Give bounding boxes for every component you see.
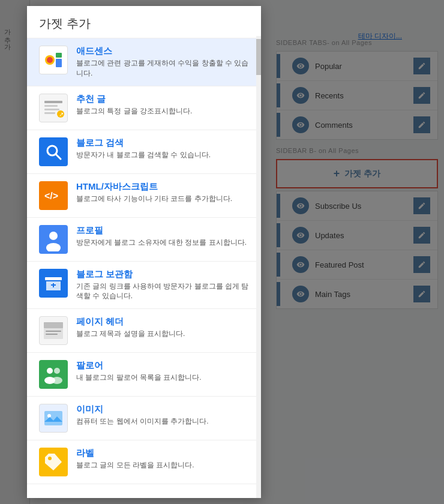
add-gadget-modal: 가젯 추가 애드센스 블로그에 관련 광고를 게재하여 수익을 창출할 수 있습…	[27, 6, 261, 498]
gadget-item-html[interactable]: </> HTML/자바스크립트 블로그에 타사 기능이나 기타 코드를 추가합니…	[27, 174, 261, 218]
gadget-icon-adsense	[39, 46, 68, 74]
svg-rect-2	[56, 53, 62, 58]
gadget-icon-profile	[39, 225, 68, 254]
gadget-desc-adsense: 블로그에 관련 광고를 게재하여 수익을 창출할 수 있습니다.	[76, 58, 249, 79]
gadget-icon-followers	[39, 360, 68, 389]
gadget-icon-label	[39, 448, 68, 476]
gadget-icon-archive	[39, 269, 68, 298]
svg-rect-15	[45, 277, 62, 280]
gadget-item-archive[interactable]: 블로그 보관함 기존 글의 링크를 사용하여 방문자가 블로그를 쉽게 탐색할 …	[27, 262, 261, 310]
gadget-name-image: 이미지	[76, 404, 249, 415]
svg-point-1	[47, 57, 53, 63]
svg-rect-7	[44, 112, 55, 114]
gadget-item-adsense[interactable]: 애드센스 블로그에 관련 광고를 게재하여 수익을 창출할 수 있습니다.	[27, 38, 261, 86]
gadget-name-adsense: 애드센스	[76, 46, 249, 57]
gadget-name-html: HTML/자바스크립트	[76, 181, 249, 193]
gadget-name-followers: 팔로어	[76, 360, 249, 371]
gadget-item-referral[interactable]: ↗ 추천 글 블로그의 특정 글을 강조표시합니다.	[27, 86, 261, 130]
svg-point-27	[47, 414, 51, 418]
svg-point-14	[46, 243, 61, 251]
gadget-desc-pageheader: 블로그 제목과 설명을 표시합니다.	[76, 329, 249, 339]
gadget-desc-referral: 블로그의 특정 글을 강조표시합니다.	[76, 106, 249, 116]
gadget-desc-html: 블로그에 타사 기능이나 기타 코드를 추가합니다.	[76, 194, 249, 204]
modal-scrollbar-track	[256, 36, 261, 498]
gadget-text-followers: 팔로어 내 블로그의 팔로어 목록을 표시합니다.	[76, 360, 249, 383]
gadget-desc-profile: 방문자에게 블로그 소유자에 대한 정보를 표시합니다.	[76, 238, 249, 248]
gadget-text-image: 이미지 컴퓨터 또는 웹에서 이미지를 추가합니다.	[76, 404, 249, 427]
gadget-icon-referral: ↗	[39, 94, 68, 122]
gadget-text-html: HTML/자바스크립트 블로그에 타사 기능이나 기타 코드를 추가합니다.	[76, 181, 249, 204]
svg-rect-4	[44, 101, 62, 103]
gadget-text-referral: 추천 글 블로그의 특정 글을 강조표시합니다.	[76, 94, 249, 116]
gadget-item-pageheader[interactable]: 페이지 헤더 블로그 제목과 설명을 표시합니다.	[27, 309, 261, 353]
gadget-name-referral: 추천 글	[76, 94, 249, 105]
gadget-text-adsense: 애드센스 블로그에 관련 광고를 게재하여 수익을 창출할 수 있습니다.	[76, 46, 249, 79]
gadget-item-image[interactable]: 이미지 컴퓨터 또는 웹에서 이미지를 추가합니다.	[27, 397, 261, 440]
gadget-text-search: 블로그 검색 방문자가 내 블로그를 검색할 수 있습니다.	[76, 137, 249, 160]
svg-rect-6	[44, 109, 59, 110]
gadget-desc-label: 블로그 글의 모든 라벨을 표시합니다.	[76, 460, 249, 470]
svg-rect-3	[56, 59, 62, 67]
gadget-desc-followers: 내 블로그의 팔로어 목록을 표시합니다.	[76, 373, 249, 383]
gadget-text-archive: 블로그 보관함 기존 글의 링크를 사용하여 방문자가 블로그를 쉽게 탐색할 …	[76, 269, 249, 302]
gadget-item-profile[interactable]: 프로필 방문자에게 블로그 소유자에 대한 정보를 표시합니다.	[27, 218, 261, 262]
svg-text:</>: </>	[44, 191, 58, 201]
svg-rect-20	[46, 331, 61, 332]
svg-rect-21	[46, 334, 58, 335]
svg-point-22	[47, 368, 53, 374]
svg-text:↗: ↗	[59, 111, 64, 118]
gadget-text-pageheader: 페이지 헤더 블로그 제목과 설명을 표시합니다.	[76, 316, 249, 339]
gadget-icon-image	[39, 404, 68, 433]
gadget-name-label: 라벨	[76, 448, 249, 459]
svg-rect-5	[44, 105, 58, 107]
gadget-desc-image: 컴퓨터 또는 웹에서 이미지를 추가합니다.	[76, 416, 249, 427]
modal-scrollbar-thumb[interactable]	[256, 39, 261, 75]
modal-body[interactable]: 애드센스 블로그에 관련 광고를 게재하여 수익을 창출할 수 있습니다. ↗ …	[27, 38, 261, 498]
gadget-item-followers[interactable]: 팔로어 내 블로그의 팔로어 목록을 표시합니다.	[27, 353, 261, 397]
modal-header: 가젯 추가	[27, 6, 261, 38]
svg-line-11	[56, 154, 61, 159]
svg-rect-26	[44, 411, 62, 425]
gadget-item-label[interactable]: 라벨 블로그 글의 모든 라벨을 표시합니다.	[27, 440, 261, 484]
gadget-icon-html: </>	[39, 181, 68, 210]
gadget-text-label: 라벨 블로그 글의 모든 라벨을 표시합니다.	[76, 448, 249, 470]
gadget-item-search[interactable]: 블로그 검색 방문자가 내 블로그를 검색할 수 있습니다.	[27, 130, 261, 174]
modal-title: 가젯 추가	[39, 16, 249, 32]
gadget-icon-search	[39, 137, 68, 166]
svg-rect-19	[44, 322, 63, 328]
svg-point-13	[49, 232, 58, 240]
svg-point-28	[48, 457, 52, 460]
gadget-name-archive: 블로그 보관함	[76, 269, 249, 280]
svg-point-23	[54, 368, 60, 374]
gadget-text-profile: 프로필 방문자에게 블로그 소유자에 대한 정보를 표시합니다.	[76, 225, 249, 248]
gadget-desc-archive: 기존 글의 링크를 사용하여 방문자가 블로그를 쉽게 탐색할 수 있습니다.	[76, 281, 249, 302]
gadget-name-search: 블로그 검색	[76, 137, 249, 149]
gadget-name-pageheader: 페이지 헤더	[76, 316, 249, 328]
svg-point-25	[52, 377, 62, 384]
gadget-icon-pageheader	[39, 316, 68, 345]
gadget-name-profile: 프로필	[76, 225, 249, 236]
gadget-desc-search: 방문자가 내 블로그를 검색할 수 있습니다.	[76, 150, 249, 160]
